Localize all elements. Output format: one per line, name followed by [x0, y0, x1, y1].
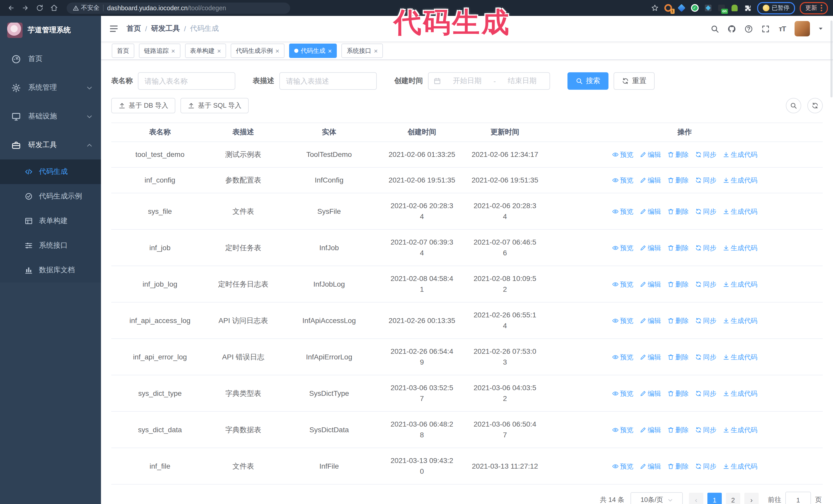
sidebar-subitem-系统接口[interactable]: 系统接口 [0, 233, 101, 258]
chevron-down-icon[interactable] [818, 26, 824, 32]
generate-code-link[interactable]: 生成代码 [722, 206, 757, 217]
generate-code-link[interactable]: 生成代码 [722, 149, 757, 160]
sidebar-item-基础设施[interactable]: 基础设施 [0, 102, 101, 131]
delete-link[interactable]: 删除 [667, 242, 689, 253]
close-icon[interactable]: × [217, 47, 221, 54]
sidebar-subitem-表单构建[interactable]: 表单构建 [0, 209, 101, 233]
delete-link[interactable]: 删除 [667, 279, 689, 289]
preview-link[interactable]: 预览 [612, 352, 633, 362]
browser-menu-dots-icon[interactable] [821, 5, 822, 11]
generate-code-link[interactable]: 生成代码 [722, 175, 757, 186]
sync-link[interactable]: 同步 [695, 388, 716, 399]
tab-表单构建[interactable]: 表单构建 × [185, 44, 226, 58]
sidebar-subitem-代码生成[interactable]: 代码生成 [0, 160, 101, 184]
extension-icon-green-figure[interactable] [730, 4, 739, 12]
extension-icon-green-check[interactable]: ✓ [690, 4, 699, 12]
tab-链路追踪[interactable]: 链路追踪 × [139, 44, 180, 58]
app-logo-row[interactable]: 芋道管理系统 [0, 16, 101, 45]
delete-link[interactable]: 删除 [667, 388, 689, 399]
generate-code-link[interactable]: 生成代码 [722, 242, 757, 253]
sync-link[interactable]: 同步 [695, 149, 716, 160]
browser-update-button[interactable]: 更新 [800, 2, 828, 14]
sidebar-toggle-button[interactable] [109, 24, 119, 34]
sidebar-item-首页[interactable]: 首页 [0, 45, 101, 73]
edit-link[interactable]: 编辑 [640, 461, 661, 472]
header-search-icon[interactable] [710, 24, 719, 33]
preview-link[interactable]: 预览 [612, 175, 633, 186]
refresh-table-button[interactable] [807, 98, 823, 113]
import-db-button[interactable]: 基于 DB 导入 [111, 98, 175, 113]
toggle-search-button[interactable] [786, 98, 801, 113]
address-bar[interactable]: 不安全 dashboard.yudao.iocoder.cn/tool/code… [67, 2, 290, 14]
generate-code-link[interactable]: 生成代码 [722, 352, 757, 362]
close-icon[interactable]: × [275, 47, 279, 54]
sync-link[interactable]: 同步 [695, 279, 716, 289]
sync-link[interactable]: 同步 [695, 242, 716, 253]
goto-page-input[interactable] [785, 492, 811, 504]
end-date-placeholder[interactable]: 结束日期 [500, 76, 544, 86]
delete-link[interactable]: 删除 [667, 315, 689, 326]
sidebar-subitem-代码生成示例[interactable]: 代码生成示例 [0, 184, 101, 209]
page-number-button[interactable]: 2 [726, 493, 740, 504]
sync-link[interactable]: 同步 [695, 315, 716, 326]
browser-home-button[interactable] [48, 2, 60, 14]
preview-link[interactable]: 预览 [612, 242, 633, 253]
table-name-input[interactable] [138, 72, 235, 90]
reset-button[interactable]: 重置 [614, 72, 654, 90]
browser-reload-button[interactable] [34, 2, 45, 14]
font-size-icon[interactable]: тT [778, 24, 787, 33]
extension-icon-gem[interactable] [677, 4, 686, 12]
preview-link[interactable]: 预览 [612, 206, 633, 217]
paused-extension-pill[interactable]: 已暂停 [757, 2, 795, 14]
delete-link[interactable]: 删除 [667, 352, 689, 362]
preview-link[interactable]: 预览 [612, 315, 633, 326]
tab-代码生成[interactable]: 代码生成 × [289, 44, 337, 58]
search-button[interactable]: 搜索 [568, 72, 609, 90]
start-date-placeholder[interactable]: 开始日期 [445, 76, 489, 86]
preview-link[interactable]: 预览 [612, 424, 633, 435]
github-icon[interactable] [727, 24, 736, 33]
scrollbar[interactable] [830, 21, 832, 97]
browser-forward-button[interactable] [20, 2, 31, 14]
page-number-button[interactable]: 1 [708, 493, 722, 504]
close-icon[interactable]: × [328, 47, 332, 54]
table-desc-input[interactable] [279, 72, 377, 90]
generate-code-link[interactable]: 生成代码 [722, 461, 757, 472]
date-range-picker[interactable]: 开始日期 - 结束日期 [428, 72, 550, 90]
import-sql-button[interactable]: 基于 SQL 导入 [181, 98, 249, 113]
edit-link[interactable]: 编辑 [640, 388, 661, 399]
sidebar-subitem-数据库文档[interactable]: 数据库文档 [0, 258, 101, 283]
delete-link[interactable]: 删除 [667, 175, 689, 186]
sync-link[interactable]: 同步 [695, 175, 716, 186]
extension-icon-dark-on[interactable]: on [717, 4, 725, 12]
edit-link[interactable]: 编辑 [640, 242, 661, 253]
next-page-button[interactable]: › [744, 493, 759, 504]
generate-code-link[interactable]: 生成代码 [722, 388, 757, 399]
sidebar-item-系统管理[interactable]: 系统管理 [0, 73, 101, 102]
extension-icon-orange[interactable]: 1 [664, 4, 672, 12]
sync-link[interactable]: 同步 [695, 424, 716, 435]
generate-code-link[interactable]: 生成代码 [722, 279, 757, 289]
prev-page-button[interactable]: ‹ [689, 493, 703, 504]
edit-link[interactable]: 编辑 [640, 175, 661, 186]
extensions-puzzle-icon[interactable] [743, 4, 752, 12]
sidebar-item-研发工具[interactable]: 研发工具 [0, 131, 101, 160]
breadcrumb-home[interactable]: 首页 [127, 24, 141, 33]
edit-link[interactable]: 编辑 [640, 279, 661, 289]
delete-link[interactable]: 删除 [667, 461, 689, 472]
browser-back-button[interactable] [5, 2, 17, 14]
delete-link[interactable]: 删除 [667, 424, 689, 435]
preview-link[interactable]: 预览 [612, 279, 633, 289]
user-avatar[interactable] [794, 21, 810, 37]
sync-link[interactable]: 同步 [695, 206, 716, 217]
edit-link[interactable]: 编辑 [640, 206, 661, 217]
extension-icon-grid-gem[interactable] [704, 4, 712, 12]
edit-link[interactable]: 编辑 [640, 352, 661, 362]
breadcrumb-dev-tools[interactable]: 研发工具 [151, 24, 180, 33]
edit-link[interactable]: 编辑 [640, 424, 661, 435]
fullscreen-icon[interactable] [761, 24, 770, 33]
tab-代码生成示例[interactable]: 代码生成示例 × [231, 44, 284, 58]
not-secure-indicator[interactable]: 不安全 [73, 4, 99, 12]
preview-link[interactable]: 预览 [612, 149, 633, 160]
help-icon[interactable] [744, 24, 753, 33]
